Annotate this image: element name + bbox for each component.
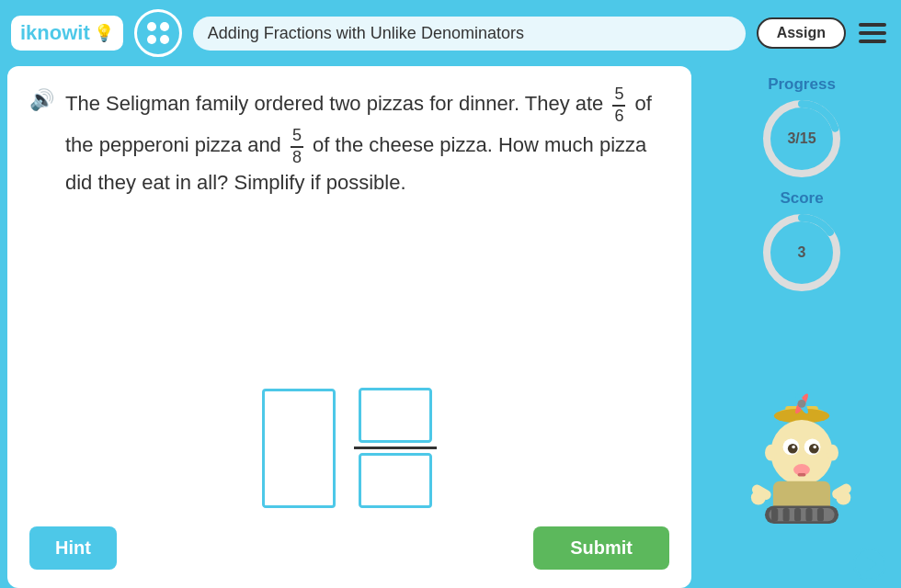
svg-point-20 — [827, 445, 838, 461]
submit-button[interactable]: Submit — [533, 526, 669, 570]
menu-line — [859, 31, 886, 35]
question-panel: 🔊 The Seligman family ordered two pizzas… — [7, 66, 691, 588]
film-icon — [134, 9, 182, 57]
app-header: iknowit 💡 Adding Fractions with Unlike D… — [0, 0, 901, 66]
film-dots — [147, 22, 169, 44]
svg-rect-26 — [794, 508, 801, 521]
question-area: 🔊 The Seligman family ordered two pizzas… — [29, 85, 669, 369]
logo: iknowit 💡 — [11, 16, 123, 51]
denominator-input[interactable] — [359, 453, 432, 508]
svg-rect-25 — [783, 508, 790, 521]
character-area — [733, 391, 871, 538]
menu-button[interactable] — [855, 19, 890, 47]
svg-rect-27 — [805, 508, 812, 521]
film-dot — [147, 22, 156, 31]
whole-number-input[interactable] — [262, 389, 336, 508]
fraction1-numerator: 5 — [612, 85, 625, 107]
fraction-divider — [354, 447, 437, 449]
assign-button[interactable]: Assign — [757, 17, 846, 49]
nav-arrow-right[interactable] — [853, 548, 886, 584]
score-section: Score 3 — [760, 189, 843, 294]
fraction-input — [354, 388, 437, 508]
question-text: The Seligman family ordered two pizzas f… — [65, 85, 669, 198]
main-content: 🔊 The Seligman family ordered two pizzas… — [7, 66, 894, 588]
hint-button[interactable]: Hint — [29, 526, 117, 570]
svg-point-15 — [792, 446, 795, 449]
svg-point-19 — [765, 445, 776, 461]
menu-line — [859, 23, 886, 27]
lesson-title: Adding Fractions with Unlike Denominator… — [193, 17, 746, 51]
svg-rect-23 — [769, 508, 834, 521]
svg-point-14 — [809, 444, 819, 454]
fraction2-numerator: 5 — [291, 126, 303, 148]
score-label: Score — [780, 189, 823, 208]
header-actions: Assign — [757, 17, 890, 49]
film-dot — [147, 35, 156, 44]
menu-line — [859, 40, 886, 43]
answer-area — [29, 388, 669, 517]
svg-rect-24 — [771, 508, 778, 521]
fraction-1: 5 6 — [612, 85, 625, 126]
score-value: 3 — [798, 244, 806, 261]
question-text-part1: The Seligman family ordered two pizzas f… — [65, 92, 609, 115]
svg-point-32 — [836, 491, 850, 505]
score-circle: 3 — [760, 211, 843, 294]
fraction1-denominator: 6 — [612, 107, 625, 127]
fraction2-denominator: 8 — [291, 148, 303, 168]
progress-section: Progress 3/15 — [760, 75, 843, 180]
bulb-icon: 💡 — [94, 23, 114, 43]
character-svg — [733, 391, 871, 538]
film-dot — [160, 35, 169, 44]
svg-point-16 — [813, 446, 816, 449]
speaker-icon[interactable]: 🔊 — [29, 88, 54, 112]
svg-rect-18 — [798, 473, 806, 477]
bottom-bar: Hint Submit — [29, 517, 669, 570]
progress-circle: 3/15 — [760, 97, 843, 180]
svg-point-13 — [788, 444, 798, 454]
right-panel: Progress 3/15 Score 3 — [710, 66, 894, 588]
svg-rect-28 — [817, 508, 824, 521]
next-icon[interactable] — [853, 548, 886, 581]
logo-text: iknowit — [20, 21, 90, 45]
svg-point-9 — [798, 400, 806, 408]
svg-point-31 — [751, 491, 766, 505]
svg-marker-34 — [866, 557, 877, 571]
panel-divider — [699, 66, 702, 588]
fraction-2: 5 8 — [291, 126, 303, 167]
progress-label: Progress — [768, 75, 836, 94]
progress-value: 3/15 — [787, 130, 815, 147]
numerator-input[interactable] — [359, 388, 432, 443]
film-dot — [160, 22, 169, 31]
